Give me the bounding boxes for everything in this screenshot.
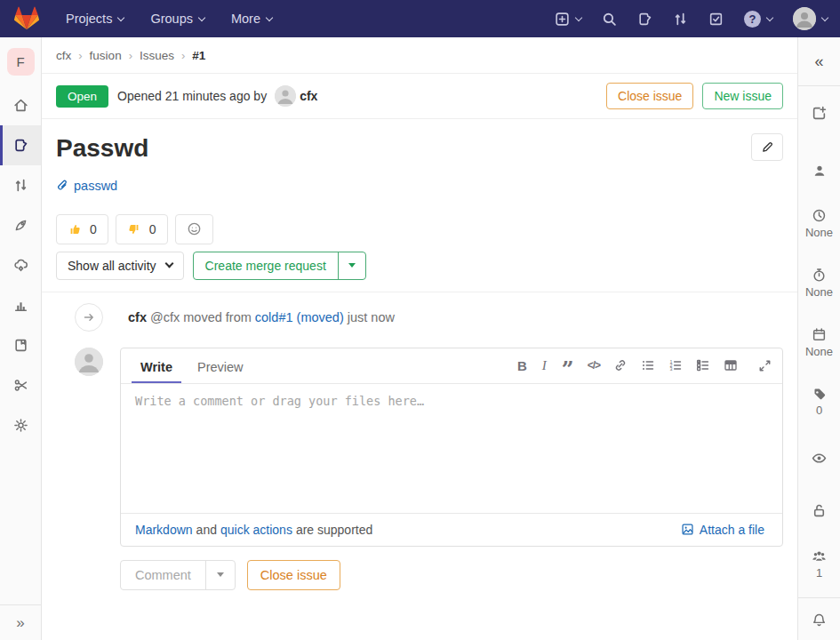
sidebar-item-project-avatar[interactable]: F bbox=[0, 37, 41, 85]
sidebar-time-tracking[interactable]: None bbox=[798, 268, 840, 299]
todos-button[interactable] bbox=[708, 12, 724, 27]
comment-split-button: Comment bbox=[120, 560, 236, 590]
comment-button[interactable]: Comment bbox=[121, 561, 205, 589]
edit-title-button[interactable] bbox=[751, 133, 783, 161]
menu-projects[interactable]: Projects bbox=[66, 12, 124, 26]
sidebar-item-settings[interactable] bbox=[0, 405, 41, 445]
comment-textarea[interactable] bbox=[121, 384, 782, 513]
comment-form: Write Preview B I ” </> bbox=[42, 340, 797, 547]
markdown-help-link[interactable]: Markdown bbox=[135, 523, 193, 537]
thumbs-up-button[interactable]: 0 bbox=[56, 214, 108, 244]
breadcrumb-group[interactable]: cfx bbox=[56, 49, 71, 62]
tab-write[interactable]: Write bbox=[132, 348, 181, 383]
gitlab-logo-icon[interactable] bbox=[14, 6, 39, 31]
italic-button[interactable]: I bbox=[540, 358, 548, 373]
author-name[interactable]: cfx bbox=[300, 89, 317, 103]
sidebar-item-issues[interactable] bbox=[0, 125, 41, 165]
breadcrumb-project[interactable]: fusion bbox=[90, 49, 122, 62]
discussion-controls: Show all activity Create merge request bbox=[42, 244, 797, 292]
wiki-book-icon bbox=[13, 338, 28, 353]
link-button[interactable] bbox=[613, 358, 628, 372]
sidebar-labels[interactable]: 0 bbox=[798, 387, 840, 417]
sidebar-notifications[interactable] bbox=[798, 612, 840, 628]
create-mr-dropdown-toggle[interactable] bbox=[338, 252, 365, 279]
chevron-down-icon bbox=[575, 13, 582, 20]
bold-button[interactable]: B bbox=[517, 358, 527, 373]
sidebar-assignee[interactable] bbox=[798, 164, 840, 178]
labels-count: 0 bbox=[816, 404, 822, 417]
table-button[interactable] bbox=[724, 358, 738, 372]
issues-icon bbox=[13, 138, 28, 153]
bulleted-list-button[interactable] bbox=[641, 358, 655, 372]
fullscreen-icon bbox=[758, 359, 772, 372]
sidebar-confidentiality[interactable] bbox=[798, 451, 840, 466]
bulleted-list-icon bbox=[641, 358, 655, 372]
sidebar-item-wiki[interactable] bbox=[0, 325, 41, 365]
help-menu-button[interactable]: ? bbox=[744, 11, 772, 28]
thumbs-up-icon bbox=[68, 222, 82, 236]
tab-preview[interactable]: Preview bbox=[188, 348, 252, 383]
create-mr-split-button: Create merge request bbox=[193, 252, 366, 280]
menu-more[interactable]: More bbox=[231, 12, 272, 26]
sidebar-due-date[interactable]: None bbox=[798, 327, 840, 358]
user-menu-button[interactable] bbox=[793, 7, 828, 30]
award-emoji-row: 0 0 bbox=[42, 214, 797, 244]
sidebar-lock[interactable] bbox=[798, 503, 840, 518]
sidebar-participants[interactable]: 1 bbox=[798, 548, 840, 580]
sidebar-item-overview[interactable] bbox=[0, 85, 41, 125]
fullscreen-button[interactable] bbox=[758, 359, 772, 372]
gear-icon bbox=[13, 418, 28, 433]
activity-filter-label: Show all activity bbox=[68, 259, 156, 273]
issues-icon bbox=[637, 12, 652, 27]
new-menu-button[interactable] bbox=[555, 12, 581, 27]
sidebar-expand-toggle[interactable]: » bbox=[0, 604, 41, 640]
author-avatar[interactable] bbox=[275, 85, 296, 107]
numbered-list-button[interactable]: 1 2 3 bbox=[668, 358, 683, 372]
chevron-down-icon bbox=[164, 259, 173, 268]
search-button[interactable] bbox=[602, 12, 617, 27]
sidebar-item-cicd[interactable] bbox=[0, 205, 41, 245]
create-mr-button[interactable]: Create merge request bbox=[194, 252, 338, 279]
sidebar-item-operations[interactable] bbox=[0, 245, 41, 285]
supported-text: are supported bbox=[296, 523, 372, 537]
quote-button[interactable]: ” bbox=[562, 367, 574, 372]
sidebar-item-snippets[interactable] bbox=[0, 365, 41, 405]
attach-file-button[interactable]: Attach a file bbox=[681, 523, 768, 537]
main-content: cfx › fusion › Issues › #1 Open Opened 2… bbox=[42, 37, 797, 640]
note-author[interactable]: cfx bbox=[128, 310, 147, 324]
close-issue-bottom-button[interactable]: Close issue bbox=[247, 560, 340, 590]
menu-groups[interactable]: Groups bbox=[150, 12, 204, 26]
breadcrumb-separator: › bbox=[181, 49, 185, 62]
task-list-button[interactable] bbox=[696, 358, 710, 372]
issues-dashboard-button[interactable] bbox=[637, 12, 652, 27]
attachment-link[interactable]: passwd bbox=[74, 179, 117, 193]
new-issue-button[interactable]: New issue bbox=[702, 83, 783, 109]
sidebar-milestone[interactable]: None bbox=[798, 208, 840, 239]
project-sidebar: F bbox=[0, 37, 42, 640]
cloud-gear-icon bbox=[13, 258, 28, 273]
code-button[interactable]: </> bbox=[588, 359, 600, 372]
scissors-icon bbox=[13, 378, 28, 393]
breadcrumb-issues[interactable]: Issues bbox=[140, 49, 174, 62]
quick-actions-link[interactable]: quick actions bbox=[220, 523, 292, 537]
opened-text: Opened 21 minutes ago by bbox=[117, 89, 267, 103]
moved-from-link[interactable]: cold#1 (moved) bbox=[255, 310, 344, 324]
comment-form-actions: Comment Close issue bbox=[42, 547, 797, 590]
close-issue-button[interactable]: Close issue bbox=[606, 83, 693, 109]
sidebar-item-merge-requests[interactable] bbox=[0, 165, 41, 205]
calendar-icon bbox=[812, 327, 827, 342]
merge-requests-dashboard-button[interactable] bbox=[673, 12, 688, 27]
time-tracking-value: None bbox=[805, 285, 833, 299]
milestone-value: None bbox=[805, 226, 833, 239]
add-emoji-button[interactable] bbox=[175, 214, 213, 244]
clock-icon bbox=[812, 208, 827, 223]
activity-filter-dropdown[interactable]: Show all activity bbox=[56, 252, 184, 280]
task-list-icon bbox=[696, 358, 710, 372]
attach-file-label: Attach a file bbox=[700, 523, 764, 537]
sidebar-todo-button[interactable] bbox=[798, 106, 840, 121]
sidebar-item-analytics[interactable] bbox=[0, 285, 41, 325]
comment-dropdown-toggle[interactable] bbox=[205, 561, 235, 589]
link-icon bbox=[613, 358, 628, 372]
sidebar-collapse-button[interactable]: « bbox=[798, 37, 840, 86]
thumbs-down-button[interactable]: 0 bbox=[116, 214, 168, 244]
